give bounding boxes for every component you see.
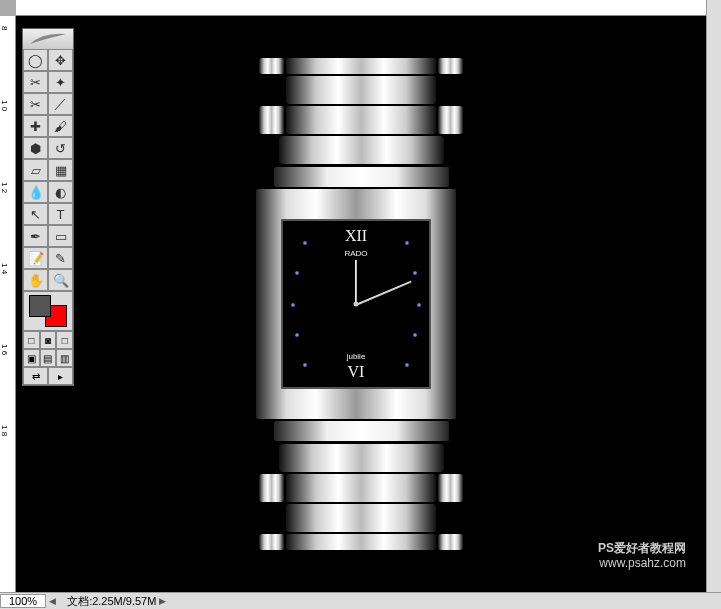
scrollbar-vertical[interactable] [706,0,721,592]
scroll-left-icon[interactable]: ◀ [46,596,59,606]
doc-size-label: 文档:2.25M/9.57M [67,594,156,609]
screen-full-icon[interactable]: ▥ [56,349,73,367]
pen-tool[interactable]: ✒ [23,225,48,247]
quickmask-mode-icon[interactable]: ◙ [40,331,57,349]
magic-wand-tool[interactable]: ✦ [48,71,73,93]
foreground-color[interactable] [29,295,51,317]
minute-hand [356,281,412,306]
zoom-tool[interactable]: 🔍 [48,269,73,291]
ruler-vertical: 8 1 0 1 2 1 4 1 6 1 8 [0,16,16,592]
gradient-tool[interactable]: ▦ [48,159,73,181]
watch-face: XII RADO jubiie VI [281,219,431,389]
extra-button-icon[interactable]: ▸ [48,367,73,385]
doc-info-arrow-icon[interactable]: ▶ [156,596,169,606]
marquee-tool[interactable]: ◯ [23,49,48,71]
canvas-area[interactable]: XII RADO jubiie VI [16,16,706,592]
hand-tool[interactable]: ✋ [23,269,48,291]
numeral-6: VI [348,363,365,381]
path-select-tool[interactable]: ↖ [23,203,48,225]
screen-full-menu-icon[interactable]: ▤ [40,349,57,367]
eyedropper-tool[interactable]: ✎ [48,247,73,269]
notes-tool[interactable]: 📝 [23,247,48,269]
toolbox-header-feather-icon[interactable] [23,29,73,49]
move-tool[interactable]: ✥ [48,49,73,71]
healing-tool[interactable]: ✚ [23,115,48,137]
crop-tool[interactable]: ✂ [23,93,48,115]
status-bar: 100% ◀ 文档:2.25M/9.57M ▶ [0,592,721,609]
watch-drawing: XII RADO jubiie VI [256,57,466,551]
numeral-12: XII [345,227,367,245]
dodge-tool[interactable]: ◐ [48,181,73,203]
shape-tool[interactable]: ▭ [48,225,73,247]
watermark: PS爱好者教程网 www.psahz.com [598,541,686,570]
jump-imageready-icon[interactable]: ⇄ [23,367,48,385]
watch-case: XII RADO jubiie VI [256,189,456,419]
extra-mode-icon[interactable]: □ [56,331,73,349]
slice-tool[interactable]: ／ [48,93,73,115]
standard-mode-icon[interactable]: □ [23,331,40,349]
ruler-horizontal [16,0,706,16]
brush-tool[interactable]: 🖌 [48,115,73,137]
blur-tool[interactable]: 💧 [23,181,48,203]
stamp-tool[interactable]: ⬢ [23,137,48,159]
lasso-tool[interactable]: ✂ [23,71,48,93]
color-picker[interactable] [23,291,73,331]
history-brush-tool[interactable]: ↺ [48,137,73,159]
watch-brand: RADO [344,249,367,258]
hour-hand [355,260,357,305]
screen-standard-icon[interactable]: ▣ [23,349,40,367]
watch-model: jubiie [347,352,366,361]
zoom-level[interactable]: 100% [0,594,46,608]
toolbox: ◯✥✂✦✂／✚🖌⬢↺▱▦💧◐↖T✒▭📝✎✋🔍 □ ◙ □ ▣ ▤ ▥ ⇄ ▸ [22,28,74,386]
eraser-tool[interactable]: ▱ [23,159,48,181]
type-tool[interactable]: T [48,203,73,225]
